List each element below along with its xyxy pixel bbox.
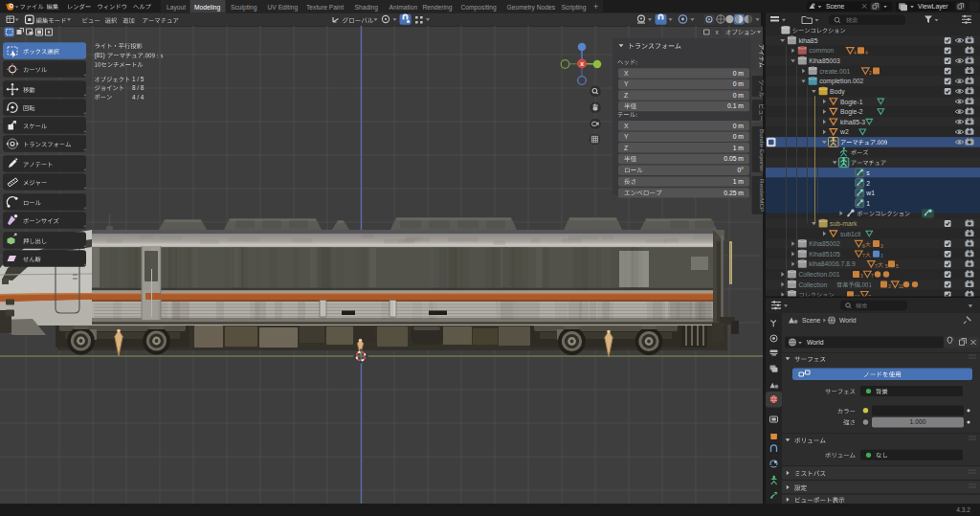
svg-text:Geometry Nodes: Geometry Nodes <box>507 4 556 11</box>
svg-text:1 m: 1 m <box>733 145 745 151</box>
svg-text:Bogie-2: Bogie-2 <box>840 108 863 116</box>
svg-text:0 m: 0 m <box>733 133 745 140</box>
svg-text:3: 3 <box>880 254 883 258</box>
svg-text:Y: Y <box>624 133 629 140</box>
svg-text:completion.002: completion.002 <box>819 78 863 85</box>
svg-text:7: 7 <box>862 254 865 258</box>
svg-text:1 m: 1 m <box>733 178 745 185</box>
svg-text:4: 4 <box>865 51 868 56</box>
svg-text:ViewLayer: ViewLayer <box>918 3 948 11</box>
svg-text:0 m: 0 m <box>733 80 745 87</box>
svg-text:3: 3 <box>888 284 891 289</box>
svg-text:(81): (81) <box>95 52 105 59</box>
svg-text:Texture Paint: Texture Paint <box>306 4 344 11</box>
svg-text:sub1cll: sub1cll <box>840 231 861 237</box>
svg-text:1.000: 1.000 <box>909 418 925 425</box>
svg-text:0.25 m: 0.25 m <box>724 190 744 196</box>
svg-text:Scene: Scene <box>826 3 844 10</box>
svg-text:0 m: 0 m <box>733 70 745 77</box>
svg-text:11: 11 <box>899 284 903 289</box>
svg-text:Z: Z <box>624 92 628 99</box>
svg-text:4.3.2: 4.3.2 <box>956 506 970 513</box>
svg-text:Bogie-1: Bogie-1 <box>840 99 863 106</box>
svg-text:sub-mark: sub-mark <box>830 220 858 227</box>
svg-text:Y: Y <box>624 80 629 87</box>
svg-text:Rendering: Rendering <box>423 4 453 11</box>
svg-text:X: X <box>624 70 629 77</box>
svg-text:7: 7 <box>871 274 874 279</box>
svg-text:Shading: Shading <box>355 4 379 11</box>
svg-text:RenderMCP: RenderMCP <box>759 179 766 212</box>
svg-text:Kiha85002: Kiha85002 <box>809 240 840 247</box>
svg-text:2: 2 <box>866 180 870 187</box>
svg-text:Animation: Animation <box>390 4 418 11</box>
svg-text:5: 5 <box>885 264 888 269</box>
svg-text:8 / 8: 8 / 8 <box>132 84 145 91</box>
svg-text:kiha84006.7.8.9: kiha84006.7.8.9 <box>809 260 856 267</box>
svg-text:Bundle Exporter: Bundle Exporter <box>759 129 766 171</box>
svg-text:Z: Z <box>624 145 628 151</box>
svg-text:Sculpting: Sculpting <box>231 4 257 11</box>
svg-text:Collection.001: Collection.001 <box>798 271 839 278</box>
svg-text:2: 2 <box>869 71 872 76</box>
svg-text:+: + <box>593 2 598 11</box>
svg-text:1: 1 <box>866 200 870 207</box>
svg-text:s: s <box>866 169 870 176</box>
svg-text:create.001: create.001 <box>819 68 850 75</box>
svg-text:5: 5 <box>896 264 899 269</box>
svg-text:kiha85-3: kiha85-3 <box>840 119 865 125</box>
svg-text:0.05 m: 0.05 m <box>724 155 744 162</box>
svg-text:0.1 m: 0.1 m <box>727 102 744 109</box>
svg-text:1 / 5: 1 / 5 <box>132 76 145 82</box>
svg-text:0°: 0° <box>738 167 745 173</box>
svg-text:Modeling: Modeling <box>194 4 220 11</box>
svg-text:0 m: 0 m <box>733 92 745 99</box>
svg-text:common: common <box>809 47 834 54</box>
svg-text:3: 3 <box>880 244 883 249</box>
svg-text:World: World <box>839 317 857 324</box>
svg-text:UV Editing: UV Editing <box>268 4 299 11</box>
svg-text:Compositing: Compositing <box>461 4 497 11</box>
svg-text:4: 4 <box>854 51 857 56</box>
svg-text:Body: Body <box>830 88 845 96</box>
svg-text:kiha85: kiha85 <box>798 37 817 44</box>
svg-text:Kiha85105: Kiha85105 <box>809 251 840 258</box>
svg-text:World: World <box>807 339 824 346</box>
svg-text:Collection: Collection <box>798 281 827 288</box>
svg-text:4 / 4: 4 / 4 <box>132 94 145 101</box>
svg-text:0 m: 0 m <box>733 123 745 129</box>
svg-text:Kiha85003: Kiha85003 <box>809 57 840 64</box>
svg-text:Scene: Scene <box>802 317 820 324</box>
svg-text:7: 7 <box>875 264 878 269</box>
svg-text:X: X <box>624 123 629 129</box>
svg-text:w2: w2 <box>839 128 849 135</box>
svg-text:8: 8 <box>862 244 865 249</box>
svg-text:3: 3 <box>860 274 863 279</box>
svg-text:w1: w1 <box>865 190 875 196</box>
svg-text:X: X <box>580 61 584 67</box>
svg-text:Layout: Layout <box>167 4 186 11</box>
svg-text:Scripting: Scripting <box>562 4 587 11</box>
